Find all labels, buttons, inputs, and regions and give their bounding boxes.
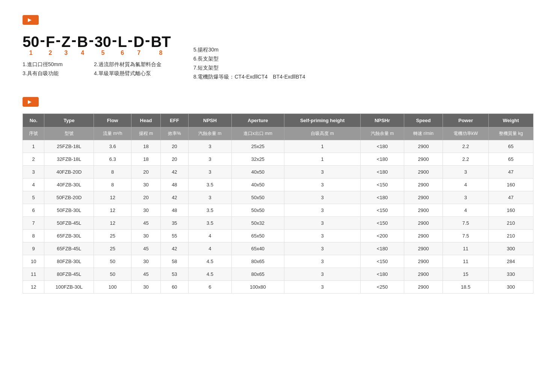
- col-en-4: EFF: [160, 114, 188, 127]
- cell-0-1: 25FZB-18L: [44, 140, 94, 153]
- cell-5-1: 50FZB-30L: [44, 204, 94, 217]
- cell-4-7: 3: [284, 191, 361, 204]
- cell-9-6: 80x65: [231, 255, 284, 268]
- formula-char-num-2: 2: [49, 50, 52, 56]
- cell-7-11: 210: [488, 230, 533, 242]
- cell-7-6: 65x50: [231, 230, 284, 242]
- cell-3-8: <150: [361, 179, 404, 191]
- formula-char-num-3: 3: [64, 50, 68, 56]
- formula-char-text-7: D: [133, 34, 144, 49]
- table-row: 865FZB-30L253055465x503<20029007.5210: [23, 230, 533, 242]
- cell-4-4: 42: [160, 191, 188, 204]
- cell-10-1: 80FZB-45L: [44, 268, 94, 281]
- cell-9-8: <150: [361, 255, 404, 268]
- cell-3-3: 30: [131, 179, 161, 191]
- cell-5-6: 50x50: [231, 204, 284, 217]
- formula-char-num-7: 7: [137, 50, 141, 56]
- cell-0-9: 2900: [404, 140, 443, 153]
- cell-8-1: 65FZB-45L: [44, 242, 94, 255]
- formula-char-text-2: F: [46, 34, 55, 49]
- cell-6-4: 35: [160, 217, 188, 230]
- formula-char-text-3: Z: [62, 34, 71, 49]
- cell-3-7: 3: [284, 179, 361, 191]
- cell-4-1: 50FZB-20D: [44, 191, 94, 204]
- cell-4-3: 20: [131, 191, 161, 204]
- col-en-9: Speed: [404, 114, 443, 127]
- right-note-6: 6.長支架型: [193, 56, 533, 62]
- cell-2-10: 3: [443, 166, 488, 179]
- formula-sep-7: -: [145, 32, 150, 56]
- cell-6-11: 210: [488, 217, 533, 230]
- cell-4-5: 3: [188, 191, 231, 204]
- cell-1-8: <180: [361, 153, 404, 166]
- right-note-8: 8.電機防爆等級：CT4-ExdllCT4 BT4-ExdllBT4: [193, 74, 533, 80]
- cell-7-9: 2900: [404, 230, 443, 242]
- formula-char-text-5: 30: [95, 34, 112, 49]
- formula-sep-2: -: [56, 32, 60, 56]
- cell-1-10: 2.2: [443, 153, 488, 166]
- col-zh-8: 汽蝕余量 m: [361, 127, 404, 140]
- cell-6-10: 7.5: [443, 217, 488, 230]
- model-section: 501 - F2 - Z3 - B4 - 305 - L6 - D7 - BT8…: [23, 32, 533, 83]
- cell-9-3: 30: [131, 255, 161, 268]
- cell-11-6: 100x80: [231, 281, 284, 294]
- cell-0-7: 1: [284, 140, 361, 153]
- cell-6-0: 7: [23, 217, 44, 230]
- formula-char-4: B4: [77, 34, 88, 56]
- cell-1-3: 18: [131, 153, 161, 166]
- cell-10-10: 15: [443, 268, 488, 281]
- cell-9-1: 80FZB-30L: [44, 255, 94, 268]
- formula-char-num-5: 5: [101, 50, 104, 56]
- cell-7-8: <200: [361, 230, 404, 242]
- formula-char-8: BT8: [151, 34, 171, 56]
- cell-11-4: 60: [160, 281, 188, 294]
- cell-4-6: 50x50: [231, 191, 284, 204]
- cell-8-7: 3: [284, 242, 361, 255]
- cell-4-11: 47: [488, 191, 533, 204]
- cell-3-9: 2900: [404, 179, 443, 191]
- cell-11-0: 12: [23, 281, 44, 294]
- cell-10-0: 11: [23, 268, 44, 281]
- cell-1-6: 32x25: [231, 153, 284, 166]
- cell-10-4: 53: [160, 268, 188, 281]
- cell-4-2: 12: [94, 191, 131, 204]
- cell-7-1: 65FZB-30L: [44, 230, 94, 242]
- cell-0-4: 20: [160, 140, 188, 153]
- cell-1-0: 2: [23, 153, 44, 166]
- table-row: 1080FZB-30L5030584.580x653<150290011284: [23, 255, 533, 268]
- table-row: 650FZB-30L1230483.550x503<15029004160: [23, 204, 533, 217]
- section1-badge: ▶: [23, 15, 39, 25]
- cell-7-10: 7.5: [443, 230, 488, 242]
- cell-3-4: 48: [160, 179, 188, 191]
- cell-8-11: 300: [488, 242, 533, 255]
- cell-8-5: 4: [188, 242, 231, 255]
- cell-2-6: 40x50: [231, 166, 284, 179]
- col-zh-4: 效率%: [160, 127, 188, 140]
- cell-5-0: 6: [23, 204, 44, 217]
- table-row: 550FZB-20D122042350x503<1802900347: [23, 191, 533, 204]
- table-row: 125FZB-18L3.61820325x251<18029002.265: [23, 140, 533, 153]
- cell-2-1: 40FZB-20D: [44, 166, 94, 179]
- cell-8-8: <180: [361, 242, 404, 255]
- right-note-7: 7.短支架型: [193, 65, 533, 71]
- cell-6-2: 12: [94, 217, 131, 230]
- cell-2-2: 8: [94, 166, 131, 179]
- cell-10-2: 50: [94, 268, 131, 281]
- cell-8-9: 2900: [404, 242, 443, 255]
- cell-11-10: 18.5: [443, 281, 488, 294]
- cell-10-6: 80x65: [231, 268, 284, 281]
- cell-1-11: 65: [488, 153, 533, 166]
- cell-1-1: 32FZB-18L: [44, 153, 94, 166]
- col-en-0: No.: [23, 114, 44, 127]
- cell-10-5: 4.5: [188, 268, 231, 281]
- cell-1-9: 2900: [404, 153, 443, 166]
- formula-char-7: D7: [133, 34, 144, 56]
- formula-char-text-6: L: [118, 34, 127, 49]
- cell-6-8: <150: [361, 217, 404, 230]
- desc-1: 1.進口口徑50mm: [23, 61, 94, 68]
- formula-char-num-4: 4: [81, 50, 84, 56]
- cell-8-3: 45: [131, 242, 161, 255]
- table-row: 440FZB-30L830483.540x503<15029004160: [23, 179, 533, 191]
- cell-10-3: 45: [131, 268, 161, 281]
- cell-0-3: 18: [131, 140, 161, 153]
